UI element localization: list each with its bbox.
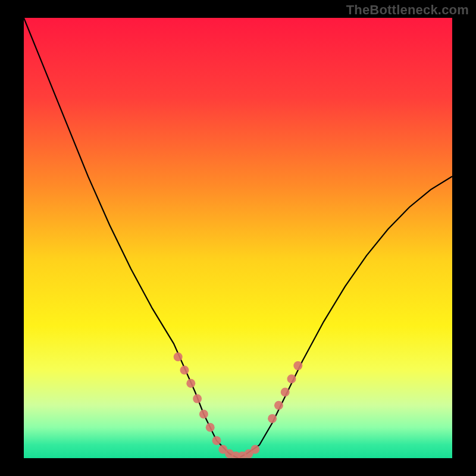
highlight-marker — [268, 414, 277, 423]
highlight-marker — [174, 352, 183, 361]
highlight-marker — [193, 394, 202, 403]
highlight-marker — [212, 436, 221, 445]
gradient-background — [24, 18, 452, 458]
highlight-marker — [281, 388, 290, 397]
highlight-marker — [180, 366, 189, 375]
chart-frame: TheBottleneck.com — [0, 0, 476, 476]
bottleneck-chart — [24, 18, 452, 458]
highlight-marker — [206, 423, 215, 432]
plot-area — [24, 18, 452, 458]
highlight-marker — [274, 401, 283, 410]
highlight-marker — [199, 410, 208, 419]
highlight-marker — [186, 379, 195, 388]
highlight-marker — [250, 445, 259, 454]
watermark-text: TheBottleneck.com — [346, 2, 469, 18]
highlight-marker — [293, 361, 302, 370]
highlight-marker — [287, 374, 296, 383]
